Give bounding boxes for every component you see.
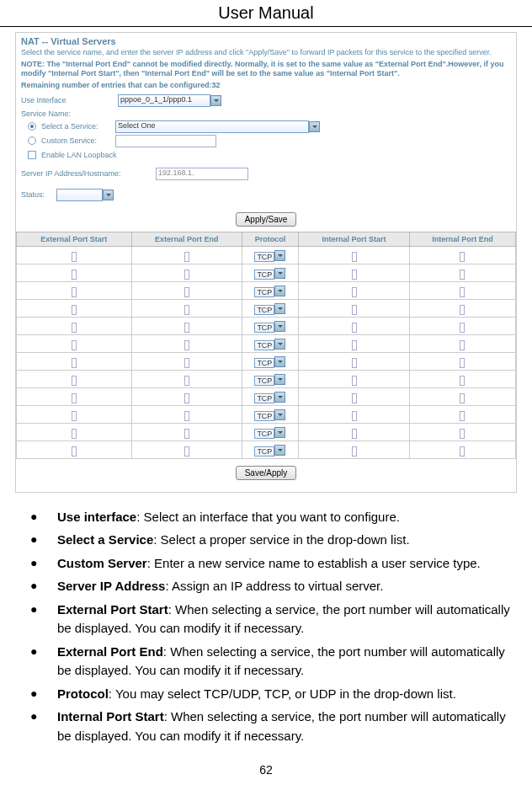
- bullet-icon: ●: [30, 531, 57, 550]
- dropdown-arrow-icon[interactable]: [274, 392, 285, 403]
- table-header-row: External Port Start External Port End Pr…: [17, 232, 516, 246]
- use-interface-select[interactable]: pppoe_0_1_1/ppp0.1: [118, 94, 210, 107]
- dropdown-arrow-icon[interactable]: [274, 250, 285, 261]
- dropdown-arrow-icon[interactable]: [274, 321, 285, 332]
- bullet-item: ●Use interface: Select an interface that…: [30, 508, 519, 527]
- ext-start-input[interactable]: [72, 340, 77, 350]
- int-end-input[interactable]: [460, 305, 465, 315]
- enable-lan-checkbox[interactable]: [28, 151, 36, 159]
- int-end-input[interactable]: [460, 429, 465, 439]
- th-protocol: Protocol: [242, 232, 299, 246]
- protocol-select[interactable]: TCP: [254, 429, 274, 439]
- protocol-select[interactable]: TCP: [254, 270, 274, 280]
- save-apply-button[interactable]: Save/Apply: [236, 466, 297, 480]
- bullet-icon: ●: [30, 685, 57, 704]
- ext-end-input[interactable]: [184, 358, 189, 368]
- int-start-input[interactable]: [352, 270, 357, 280]
- int-end-input[interactable]: [460, 323, 465, 333]
- protocol-select[interactable]: TCP: [254, 446, 274, 457]
- ext-start-input[interactable]: [72, 287, 77, 297]
- table-row: TCP: [17, 246, 516, 264]
- int-end-input[interactable]: [460, 340, 465, 350]
- nat-note: NOTE: The "Internal Port End" cannot be …: [16, 60, 516, 81]
- int-start-input[interactable]: [352, 340, 357, 350]
- protocol-select[interactable]: TCP: [254, 393, 274, 403]
- ext-start-input[interactable]: [72, 270, 77, 280]
- table-row: TCP: [17, 264, 516, 281]
- dropdown-arrow-icon[interactable]: [274, 374, 285, 385]
- ext-start-input[interactable]: [72, 446, 77, 457]
- int-start-input[interactable]: [352, 287, 357, 297]
- ext-end-input[interactable]: [184, 323, 189, 333]
- int-start-input[interactable]: [352, 446, 357, 457]
- remaining-label: Remaining number of entries that can be …: [21, 81, 212, 89]
- dropdown-arrow-icon[interactable]: [274, 286, 285, 296]
- bullet-item: ●External Port End: When selecting a ser…: [30, 643, 519, 681]
- ext-end-input[interactable]: [184, 270, 189, 280]
- dropdown-arrow-icon[interactable]: [274, 303, 285, 314]
- ext-start-input[interactable]: [72, 376, 77, 386]
- ext-start-input[interactable]: [72, 411, 77, 421]
- protocol-select[interactable]: TCP: [254, 376, 274, 386]
- int-start-input[interactable]: [352, 376, 357, 386]
- ext-end-input[interactable]: [184, 305, 189, 315]
- custom-service-radio[interactable]: [28, 136, 36, 145]
- ext-end-input[interactable]: [184, 252, 189, 262]
- int-end-input[interactable]: [460, 358, 465, 368]
- ext-end-input[interactable]: [184, 340, 189, 350]
- server-ip-input[interactable]: 192.168.1.: [156, 168, 248, 180]
- dropdown-arrow-icon[interactable]: [274, 339, 285, 350]
- dropdown-arrow-icon[interactable]: [210, 95, 221, 106]
- protocol-select[interactable]: TCP: [254, 323, 274, 333]
- protocol-select[interactable]: TCP: [254, 340, 274, 350]
- protocol-select[interactable]: TCP: [254, 305, 274, 315]
- ext-start-input[interactable]: [72, 393, 77, 403]
- ext-end-input[interactable]: [184, 411, 189, 421]
- protocol-select[interactable]: TCP: [254, 411, 274, 421]
- int-end-input[interactable]: [460, 446, 465, 457]
- select-service-radio[interactable]: [28, 122, 36, 131]
- int-end-input[interactable]: [460, 252, 465, 262]
- protocol-select[interactable]: TCP: [254, 358, 274, 368]
- dropdown-arrow-icon[interactable]: [274, 409, 285, 420]
- int-start-input[interactable]: [352, 429, 357, 439]
- ext-start-input[interactable]: [72, 358, 77, 368]
- protocol-select[interactable]: TCP: [254, 287, 274, 297]
- protocol-select[interactable]: TCP: [254, 252, 274, 262]
- note-label: NOTE:: [21, 60, 45, 68]
- th-int-end: Internal Port End: [409, 232, 515, 246]
- int-start-input[interactable]: [352, 411, 357, 421]
- int-start-input[interactable]: [352, 323, 357, 333]
- dropdown-arrow-icon[interactable]: [274, 427, 285, 438]
- ext-start-input[interactable]: [72, 252, 77, 262]
- int-start-input[interactable]: [352, 305, 357, 315]
- apply-save-button[interactable]: Apply/Save: [236, 212, 297, 227]
- ext-end-input[interactable]: [184, 393, 189, 403]
- ext-end-input[interactable]: [184, 446, 189, 457]
- dropdown-arrow-icon[interactable]: [103, 190, 114, 200]
- dropdown-arrow-icon[interactable]: [274, 445, 285, 456]
- select-service-dropdown[interactable]: Select One: [115, 120, 309, 133]
- int-end-input[interactable]: [460, 411, 465, 421]
- dropdown-arrow-icon[interactable]: [274, 356, 285, 367]
- status-select[interactable]: [56, 189, 103, 201]
- int-end-input[interactable]: [460, 270, 465, 280]
- bullet-icon: ●: [30, 708, 57, 745]
- form-area: Use Interface pppoe_0_1_1/ppp0.1 Service…: [16, 93, 516, 206]
- dropdown-arrow-icon[interactable]: [309, 121, 320, 132]
- ext-start-input[interactable]: [72, 323, 77, 333]
- ext-start-input[interactable]: [72, 429, 77, 439]
- dropdown-arrow-icon[interactable]: [274, 268, 285, 279]
- ext-end-input[interactable]: [184, 376, 189, 386]
- int-end-input[interactable]: [460, 393, 465, 403]
- int-end-input[interactable]: [460, 287, 465, 297]
- int-start-input[interactable]: [352, 358, 357, 368]
- int-start-input[interactable]: [352, 393, 357, 403]
- ext-end-input[interactable]: [184, 429, 189, 439]
- int-end-input[interactable]: [460, 376, 465, 386]
- ext-start-input[interactable]: [72, 305, 77, 315]
- custom-service-input[interactable]: [115, 135, 216, 147]
- bullet-item: ●Custom Server: Enter a new service name…: [30, 554, 519, 574]
- ext-end-input[interactable]: [184, 287, 189, 297]
- int-start-input[interactable]: [352, 252, 357, 262]
